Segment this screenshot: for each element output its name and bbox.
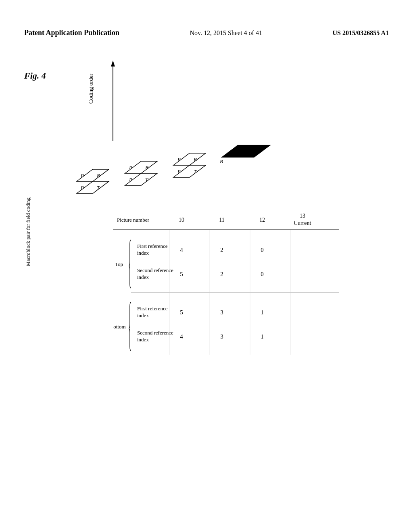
svg-text:5: 5 — [180, 309, 183, 316]
svg-text:13: 13 — [300, 213, 305, 219]
svg-text:Current: Current — [294, 220, 311, 226]
svg-text:0: 0 — [261, 271, 264, 277]
svg-text:P: P — [129, 177, 132, 183]
data-table-svg: Picture number 10 11 12 13 Current First… — [113, 210, 395, 516]
svg-text:B: B — [97, 172, 100, 179]
svg-text:P: P — [129, 164, 132, 170]
svg-text:Second reference: Second reference — [137, 330, 173, 336]
svg-text:0: 0 — [261, 247, 264, 253]
patent-number-label: US 2015/0326855 A1 — [332, 29, 389, 37]
svg-text:P: P — [177, 156, 181, 162]
svg-text:1: 1 — [261, 309, 264, 316]
svg-text:12: 12 — [259, 217, 265, 223]
svg-text:B: B — [145, 164, 148, 170]
svg-text:4: 4 — [180, 333, 183, 340]
date-sheet-label: Nov. 12, 2015 Sheet 4 of 41 — [190, 29, 262, 37]
svg-text:Coding order: Coding order — [88, 74, 94, 104]
svg-text:Second reference: Second reference — [137, 267, 173, 273]
svg-text:B: B — [194, 156, 197, 162]
svg-text:P: P — [80, 185, 84, 191]
svg-text:First reference: First reference — [137, 305, 168, 312]
svg-text:index: index — [137, 274, 149, 280]
svg-text:2: 2 — [220, 271, 223, 277]
svg-text:First reference: First reference — [137, 243, 168, 249]
svg-text:Picture number: Picture number — [117, 217, 149, 223]
page-header: Patent Application Publication Nov. 12, … — [0, 29, 413, 37]
svg-text:Top: Top — [115, 261, 123, 267]
svg-text:index: index — [137, 337, 149, 343]
svg-text:3: 3 — [220, 309, 223, 316]
svg-text:Bottom: Bottom — [113, 324, 126, 330]
svg-text:P: P — [80, 172, 84, 179]
svg-text:5: 5 — [180, 271, 183, 277]
svg-text:4: 4 — [180, 247, 183, 253]
svg-text:B: B — [220, 158, 223, 164]
svg-text:10: 10 — [179, 217, 184, 223]
svg-text:index: index — [137, 250, 149, 256]
diagram-svg: Coding order P T P B P T P B P T P B B — [24, 56, 315, 226]
svg-text:T: T — [194, 168, 197, 175]
svg-text:T: T — [145, 177, 148, 183]
svg-text:1: 1 — [261, 333, 264, 340]
svg-text:index: index — [137, 312, 149, 318]
svg-text:3: 3 — [220, 333, 223, 340]
svg-marker-1 — [111, 60, 115, 66]
svg-marker-21 — [222, 145, 270, 157]
svg-text:P: P — [177, 168, 181, 175]
svg-text:11: 11 — [219, 217, 224, 223]
svg-text:2: 2 — [220, 247, 223, 253]
publication-label: Patent Application Publication — [24, 29, 119, 37]
svg-text:T: T — [97, 185, 100, 191]
macroblock-label: Macroblock pair for field coding — [25, 197, 31, 266]
